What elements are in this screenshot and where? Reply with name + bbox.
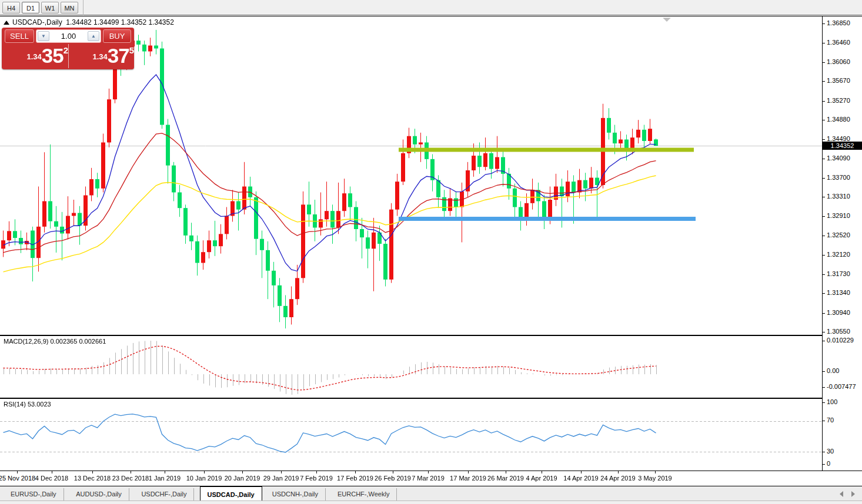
volume-stepper: ▼ 1.00 ▲ xyxy=(36,29,101,43)
volume-input[interactable]: 1.00 xyxy=(51,30,86,42)
macd-axis-tick xyxy=(823,371,825,372)
rsi-panel-canvas[interactable] xyxy=(0,399,822,471)
price-axis-tick xyxy=(823,101,825,102)
price-axis-label: 1.32120 xyxy=(827,251,850,258)
buy-button[interactable]: BUY xyxy=(103,29,131,43)
price-axis-label: 1.35270 xyxy=(827,97,850,104)
chart-symbol-label: USDCAD-,Daily xyxy=(12,18,62,26)
timeframe-tab-w1[interactable]: W1 xyxy=(41,2,59,14)
trading-terminal: H4D1W1MN 1.368501.364601.360601.356701.3… xyxy=(0,0,862,504)
date-axis-label: 7 Feb 2019 xyxy=(300,475,333,482)
price-axis-tick xyxy=(823,236,825,236)
date-axis[interactable]: 25 Nov 20184 Dec 201813 Dec 201823 Dec 2… xyxy=(0,471,862,486)
date-axis-tick xyxy=(393,471,393,473)
buy-price[interactable]: 1.34375 xyxy=(69,44,136,68)
price-axis-tick xyxy=(823,23,825,24)
chart-tab-eurusd[interactable]: EURUSD-,Daily xyxy=(4,488,64,500)
sell-price[interactable]: 1.34352 xyxy=(2,44,69,68)
price-axis-label: 1.30550 xyxy=(827,328,850,335)
date-axis-tick xyxy=(165,471,165,473)
toolbar-separator xyxy=(83,0,83,15)
price-axis-tick xyxy=(823,255,825,256)
date-axis-label: 4 Apr 2019 xyxy=(526,475,557,482)
chart-tab-usdchf[interactable]: USDCHF-,Daily xyxy=(134,488,194,500)
buy-price-point: 5 xyxy=(129,45,134,55)
price-axis-tick xyxy=(823,159,825,159)
chart-tab-eurchf[interactable]: EURCHF-,Weekly xyxy=(330,488,397,500)
chart-ohlc-values: 1.34482 1.34499 1.34352 1.34352 xyxy=(66,18,174,26)
date-axis-tick xyxy=(542,471,542,473)
timeframe-tab-mn[interactable]: MN xyxy=(61,2,78,14)
status-strip xyxy=(0,500,862,504)
panel-divider[interactable] xyxy=(0,398,862,399)
price-axis-label: 1.33310 xyxy=(827,193,850,200)
price-axis-label: 1.36850 xyxy=(827,19,850,26)
rsi-axis-label: 0 xyxy=(827,460,830,467)
date-axis-label: 17 Feb 2019 xyxy=(337,475,373,482)
rsi-axis-label: 70 xyxy=(827,416,834,424)
price-axis-label: 1.32520 xyxy=(827,231,850,238)
price-axis-label: 1.32910 xyxy=(827,212,850,219)
price-axis-label: 1.31340 xyxy=(827,289,850,296)
chart-tabs-bar: EURUSD-,DailyAUDUSD-,DailyUSDCHF-,DailyU… xyxy=(0,486,862,500)
panel-divider[interactable] xyxy=(0,335,862,336)
date-axis-label: 13 Dec 2018 xyxy=(74,475,111,482)
macd-panel-canvas[interactable] xyxy=(0,336,822,398)
price-axis-tick xyxy=(823,81,825,82)
sell-price-pips: 35 xyxy=(42,44,64,67)
date-axis-tick xyxy=(581,471,582,473)
macd-axis-label: 0.00 xyxy=(827,367,839,374)
rsi-axis-tick xyxy=(823,464,825,465)
sell-price-handle: 1.34 xyxy=(26,52,41,61)
date-axis-label: 4 Dec 2018 xyxy=(35,475,68,482)
date-axis-tick xyxy=(52,471,52,473)
date-axis-tick xyxy=(281,471,282,473)
timeframe-bar: H4D1W1MN xyxy=(0,0,862,15)
volume-increase-button[interactable]: ▲ xyxy=(88,31,99,41)
price-axis-label: 1.34090 xyxy=(827,154,850,162)
tabs-scroll-left-icon[interactable] xyxy=(840,491,843,497)
chart-tab-usdcnh[interactable]: USDCNH-,Daily xyxy=(265,488,326,500)
rsi-axis-tick xyxy=(823,421,825,421)
date-axis-tick xyxy=(506,471,506,473)
price-axis-label: 1.33700 xyxy=(827,174,850,181)
chart-tab-audusd[interactable]: AUDUSD-,Daily xyxy=(69,488,129,500)
date-axis-label: 3 May 2019 xyxy=(638,475,671,482)
date-axis-label: 20 Jan 2019 xyxy=(225,475,260,482)
timeframe-tab-d1[interactable]: D1 xyxy=(22,2,39,14)
sell-price-point: 2 xyxy=(64,45,68,55)
date-axis-tick xyxy=(131,471,131,473)
price-axis-tick xyxy=(823,197,825,197)
chart-tab-usdcad[interactable]: USDCAD-,Daily xyxy=(200,486,262,501)
date-axis-label: 24 Apr 2019 xyxy=(600,475,635,482)
date-axis-tick xyxy=(316,471,317,473)
date-axis-tick xyxy=(428,471,429,473)
price-axis-tick xyxy=(823,139,825,140)
timeframe-tab-h4[interactable]: H4 xyxy=(2,2,20,14)
chart-title: USDCAD-,Daily 1.34482 1.34499 1.34352 1.… xyxy=(4,18,174,26)
date-axis-tick xyxy=(204,471,205,473)
sell-button[interactable]: SELL xyxy=(5,29,34,43)
tabs-scroll-right-icon[interactable] xyxy=(851,491,855,497)
date-axis-label: 26 Mar 2019 xyxy=(487,475,524,482)
macd-axis-tick xyxy=(823,341,825,341)
volume-decrease-button[interactable]: ▼ xyxy=(38,31,49,41)
date-axis-label: 7 Mar 2019 xyxy=(412,475,445,482)
date-axis-tick xyxy=(355,471,356,473)
price-axis-tick xyxy=(823,274,825,275)
price-axis-tick xyxy=(823,43,825,43)
price-axis-tick xyxy=(823,178,825,179)
price-axis-tick xyxy=(823,313,825,314)
price-axis-tick xyxy=(823,216,825,217)
date-axis-label: 17 Mar 2019 xyxy=(450,475,486,482)
chart-shift-icon[interactable] xyxy=(663,18,671,22)
date-axis-tick xyxy=(655,471,656,473)
macd-axis-tick xyxy=(823,387,825,388)
buy-price-handle: 1.34 xyxy=(92,52,107,61)
price-axis-tick xyxy=(823,120,825,120)
date-axis-tick xyxy=(468,471,469,473)
macd-axis-label: -0.007477 xyxy=(827,383,856,390)
buy-price-pips: 37 xyxy=(108,44,129,67)
date-axis-tick xyxy=(242,471,243,473)
date-axis-tick xyxy=(618,471,619,473)
